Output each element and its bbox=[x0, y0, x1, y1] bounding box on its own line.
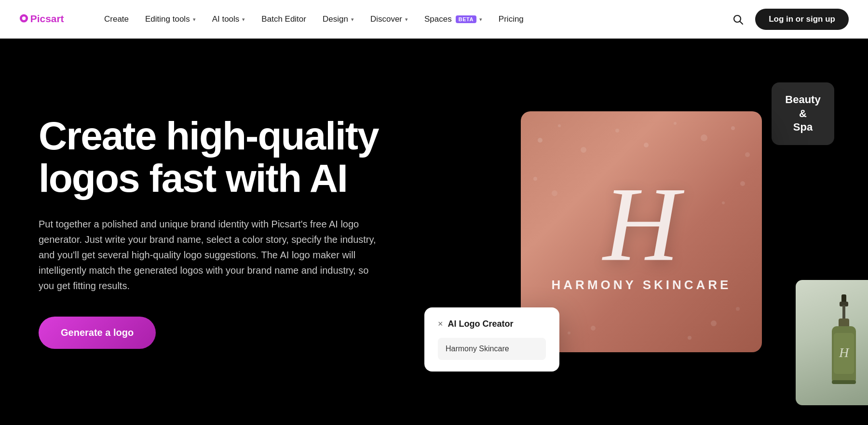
svg-line-4 bbox=[740, 22, 743, 25]
ai-logo-input[interactable] bbox=[438, 338, 546, 360]
hero-title: Create high-quality logos fast with AI bbox=[39, 115, 415, 199]
hero-section: Create high-quality logos fast with AI P… bbox=[0, 39, 868, 425]
bottle-container: H bbox=[813, 280, 868, 405]
beta-badge: BETA bbox=[456, 15, 476, 23]
svg-rect-26 bbox=[842, 305, 845, 319]
search-icon bbox=[732, 13, 744, 25]
nav-pricing[interactable]: Pricing bbox=[492, 11, 530, 28]
nav-discover[interactable]: Discover ▾ bbox=[364, 11, 415, 28]
chevron-down-icon: ▾ bbox=[479, 16, 482, 23]
chevron-down-icon: ▾ bbox=[242, 16, 245, 23]
beauty-spa-tag: Beauty&Spa bbox=[772, 82, 834, 145]
svg-point-1 bbox=[22, 16, 26, 20]
ai-popup-title: AI Logo Creator bbox=[448, 319, 514, 329]
svg-text:H: H bbox=[839, 345, 850, 360]
nav-create[interactable]: Create bbox=[97, 11, 136, 28]
chevron-down-icon: ▾ bbox=[193, 16, 196, 23]
nav-right: Log in or sign up bbox=[728, 9, 849, 30]
logo-brand-name: Harmony Skincare bbox=[552, 278, 732, 292]
hero-right: Beauty&Spa bbox=[453, 68, 829, 396]
nav-spaces[interactable]: Spaces BETA ▾ bbox=[418, 11, 489, 28]
generate-logo-button[interactable]: Generate a logo bbox=[39, 317, 156, 349]
ai-popup-header: × AI Logo Creator bbox=[438, 319, 546, 329]
beauty-spa-label: Beauty&Spa bbox=[785, 93, 820, 134]
logo-script-letter: H bbox=[603, 172, 680, 278]
chevron-down-icon: ▾ bbox=[351, 16, 354, 23]
logo[interactable]: Picsart bbox=[19, 9, 74, 29]
nav-design[interactable]: Design ▾ bbox=[316, 11, 361, 28]
login-button[interactable]: Log in or sign up bbox=[755, 9, 849, 30]
hero-description: Put together a polished and unique brand… bbox=[39, 216, 376, 293]
navbar: Picsart Create Editing tools ▾ AI tools … bbox=[0, 0, 868, 39]
nav-editing-tools[interactable]: Editing tools ▾ bbox=[138, 11, 203, 28]
search-button[interactable] bbox=[728, 10, 747, 29]
hero-left: Create high-quality logos fast with AI P… bbox=[39, 115, 415, 349]
ai-logo-popup: × AI Logo Creator bbox=[424, 307, 559, 372]
product-image: H bbox=[796, 280, 868, 405]
nav-links: Create Editing tools ▾ AI tools ▾ Batch … bbox=[97, 11, 728, 28]
nav-batch-editor[interactable]: Batch Editor bbox=[255, 11, 313, 28]
bottle-svg: H bbox=[822, 294, 866, 391]
chevron-down-icon: ▾ bbox=[405, 16, 408, 23]
svg-text:Picsart: Picsart bbox=[30, 13, 64, 24]
nav-ai-tools[interactable]: AI tools ▾ bbox=[205, 11, 252, 28]
svg-rect-31 bbox=[832, 380, 856, 384]
close-icon[interactable]: × bbox=[438, 319, 443, 329]
